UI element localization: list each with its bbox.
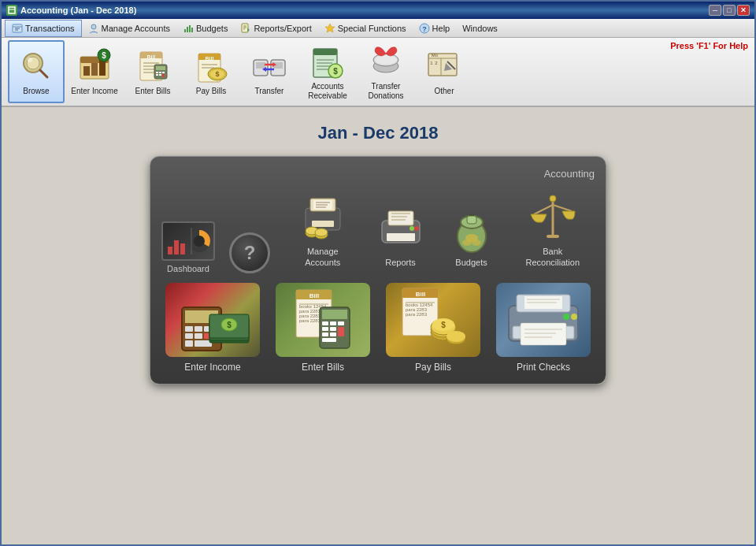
svg-rect-167 <box>521 323 566 345</box>
svg-point-109 <box>462 240 472 246</box>
toolbar-btn-pay-bills[interactable]: Bill $ Pay Bills <box>183 40 239 103</box>
svg-rect-140 <box>322 310 347 319</box>
svg-rect-147 <box>322 332 328 336</box>
svg-rect-26 <box>91 63 98 76</box>
minimize-button[interactable]: ─ <box>709 5 721 16</box>
svg-rect-54 <box>256 62 265 69</box>
svg-rect-9 <box>189 25 191 32</box>
maximize-button[interactable]: □ <box>723 5 736 16</box>
toolbar-label-accounts-receivable: Accounts Receivable <box>302 82 354 101</box>
svg-rect-81 <box>180 243 185 254</box>
svg-rect-7 <box>184 29 186 32</box>
menu-item-budgets[interactable]: Budgets <box>176 20 234 37</box>
panel-btn-enter-bills-large[interactable]: Bill books 12454 para 2283 para 2283 par… <box>272 283 374 373</box>
transactions-icon <box>12 23 23 34</box>
panel-top-row: Dashboard ? <box>161 188 595 273</box>
svg-rect-87 <box>312 221 334 227</box>
svg-rect-118 <box>185 326 193 332</box>
menu-label-manage-accounts: Manage Accounts <box>102 24 170 33</box>
panel-btn-print-checks-large[interactable]: Print Checks <box>492 283 595 373</box>
svg-point-95 <box>315 228 328 236</box>
print-checks-large-label: Print Checks <box>517 362 570 373</box>
svg-point-110 <box>472 240 481 246</box>
budgets-panel-icon <box>447 203 497 254</box>
transfer-donations-icon <box>367 43 405 80</box>
dashboard-button[interactable]: Dashboard <box>161 221 215 273</box>
menu-item-special-functions[interactable]: Special Functions <box>318 20 413 37</box>
svg-text:?: ? <box>422 25 427 33</box>
svg-rect-148 <box>330 332 336 336</box>
svg-text:Bill: Bill <box>416 291 425 298</box>
menu-item-reports-export[interactable]: Reports/Export <box>234 20 317 37</box>
menu-label-windows: Windows <box>462 24 498 33</box>
toolbar-btn-other[interactable]: Mo 1 2 Other <box>416 40 472 103</box>
svg-text:$: $ <box>215 70 219 78</box>
svg-rect-145 <box>330 327 336 331</box>
menu-label-reports-export: Reports/Export <box>254 24 311 33</box>
menu-item-manage-accounts[interactable]: Manage Accounts <box>82 20 176 37</box>
svg-point-6 <box>91 24 96 29</box>
help-icon: ? <box>419 23 430 34</box>
svg-point-70 <box>375 55 397 65</box>
svg-rect-149 <box>322 338 336 342</box>
panel-btn-budgets[interactable]: Budgets <box>440 199 503 273</box>
enter-income-large-label: Enter Income <box>184 362 240 373</box>
accounting-panel: Accounting <box>150 156 606 384</box>
toolbar-label-enter-bills: Enter Bills <box>135 87 170 96</box>
budgets-panel-label: Budgets <box>455 257 487 268</box>
svg-rect-44 <box>162 74 165 77</box>
menu-bar: Transactions Manage Accounts Budgets <box>2 19 754 38</box>
svg-rect-143 <box>338 321 344 325</box>
svg-rect-80 <box>174 240 179 254</box>
menu-item-windows[interactable]: Windows <box>456 20 504 37</box>
panel-title: Accounting <box>161 168 595 180</box>
panel-btn-reports[interactable]: Reports <box>369 199 432 273</box>
toolbar-label-transfer-donations: Transfer Donations <box>360 82 412 101</box>
dashboard-icon <box>161 221 215 261</box>
bank-reconciliation-panel-icon <box>528 192 578 243</box>
svg-rect-42 <box>156 74 158 76</box>
toolbar-label-pay-bills: Pay Bills <box>196 87 226 96</box>
svg-text:$: $ <box>333 67 338 76</box>
toolbar-btn-transfer[interactable]: Transfer <box>241 40 298 103</box>
dashboard-label: Dashboard <box>167 264 209 273</box>
window-icon <box>6 5 17 16</box>
toolbar-btn-enter-income[interactable]: $ Enter Income <box>66 40 123 103</box>
svg-rect-107 <box>469 214 474 216</box>
budgets-icon <box>183 23 194 34</box>
bank-reconciliation-panel-label: Bank Reconciliation <box>516 246 590 269</box>
toolbar-btn-transfer-donations[interactable]: Transfer Donations <box>358 40 414 103</box>
menu-item-help[interactable]: ? Help <box>413 20 457 37</box>
panel-btn-enter-income-large[interactable]: $ Enter Income <box>161 283 264 373</box>
svg-text:$: $ <box>441 321 446 329</box>
svg-text:Bill: Bill <box>206 56 214 61</box>
panel-btn-bank-reconciliation[interactable]: Bank Reconciliation <box>511 188 595 273</box>
period-title: Jan - Dec 2018 <box>318 123 439 143</box>
other-icon: Mo 1 2 <box>425 47 463 85</box>
svg-rect-61 <box>313 49 337 55</box>
panel-btn-manage-accounts[interactable]: Manage Accounts <box>284 188 361 273</box>
svg-rect-119 <box>195 326 202 332</box>
svg-point-83 <box>194 236 205 247</box>
svg-point-115 <box>550 195 556 202</box>
toolbar-btn-enter-bills[interactable]: Bill Enter Bills <box>124 40 181 103</box>
svg-rect-98 <box>387 233 415 241</box>
svg-point-22 <box>28 58 32 62</box>
close-button[interactable]: ✕ <box>737 5 750 16</box>
svg-rect-25 <box>83 66 90 76</box>
toolbar-label-other: Other <box>434 87 454 96</box>
window-title: Accounting (Jan - Dec 2018) <box>20 6 136 15</box>
svg-text:$: $ <box>102 51 106 60</box>
svg-rect-8 <box>187 27 188 32</box>
panel-btn-pay-bills-large[interactable]: Bill books 12454 para 2283 para 2283 $ <box>382 283 484 373</box>
svg-rect-0 <box>9 7 15 13</box>
menu-item-transactions[interactable]: Transactions <box>5 20 82 37</box>
toolbar-btn-browse[interactable]: Browse <box>8 40 65 103</box>
toolbar-btn-accounts-receivable[interactable]: $ Accounts Receivable <box>299 40 356 103</box>
transfer-icon <box>250 47 288 85</box>
question-circle[interactable]: ? <box>229 232 270 273</box>
svg-text:para   2283: para 2283 <box>406 312 428 317</box>
svg-line-113 <box>553 205 572 211</box>
svg-marker-16 <box>325 24 335 32</box>
svg-point-172 <box>571 314 577 320</box>
